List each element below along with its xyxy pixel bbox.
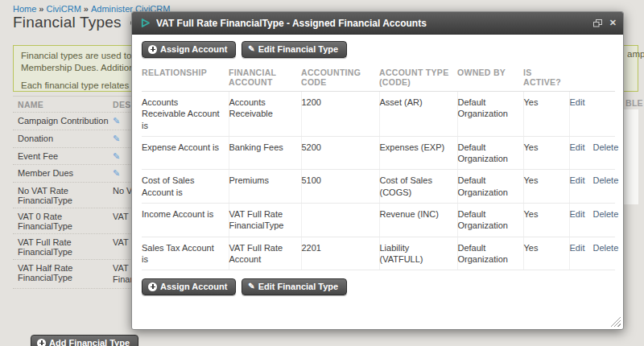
actions-cell: EditDelete — [569, 204, 615, 237]
financial-type-name: VAT Half Rate FinancialType — [18, 263, 113, 282]
financial-account-cell: Premiums — [229, 170, 301, 204]
assigned-accounts-table: RELATIONSHIP FINANCIAL ACCOUNT ACCOUNTIN… — [142, 64, 615, 270]
dialog-titlebar[interactable]: VAT Full Rate FinancialType - Assigned F… — [132, 12, 623, 35]
assigned-account-row: Income Account isVAT Full Rate Financial… — [142, 204, 615, 237]
accounting-code-cell — [301, 204, 379, 237]
accounting-code-cell: 5200 — [301, 136, 379, 170]
plus-circle-icon — [148, 45, 157, 54]
delete-link[interactable]: Delete — [592, 175, 618, 185]
pencil-icon: ✎ — [248, 45, 254, 53]
assign-account-button[interactable]: Assign Account — [142, 41, 236, 58]
relationship-cell: Expense Account is — [142, 136, 229, 170]
relationship-cell: Sales Tax Account is — [142, 237, 229, 270]
financial-account-cell: Banking Fees — [229, 136, 301, 170]
assigned-accounts-dialog: VAT Full Rate FinancialType - Assigned F… — [131, 11, 624, 330]
owned-by-cell: Default Organization — [457, 204, 523, 237]
breadcrumb-link-home[interactable]: Home — [13, 4, 36, 14]
financial-type-name: VAT 0 Rate FinancialType — [18, 212, 113, 231]
accounting-code-cell: 1200 — [301, 92, 379, 137]
edit-link[interactable]: Edit — [570, 97, 585, 107]
actions-cell: EditDelete — [569, 136, 615, 170]
relationship-cell: Income Account is — [142, 204, 229, 237]
plus-circle-icon — [37, 339, 46, 346]
edit-link[interactable]: Edit — [570, 243, 585, 253]
is-active-cell: Yes — [523, 136, 569, 170]
help-text-fragment: amp — [627, 49, 644, 59]
edit-pencil-icon[interactable]: ✎ — [113, 151, 120, 161]
account-type-cell: Revenue (INC) — [379, 204, 457, 237]
edit-link[interactable]: Edit — [570, 142, 585, 152]
account-type-cell: Expenses (EXP) — [379, 136, 457, 170]
edit-link[interactable]: Edit — [570, 175, 585, 185]
breadcrumb-separator: » — [84, 4, 89, 14]
relationship-cell: Accounts Receivable Account is — [142, 92, 229, 137]
relationship-cell: Cost of Sales Account is — [142, 170, 229, 204]
account-type-cell: Cost of Sales (COGS) — [379, 170, 457, 204]
is-active-cell: Yes — [523, 170, 569, 204]
column-header-is-active: IS ACTIVE? — [523, 64, 569, 92]
accounting-code-cell: 5100 — [301, 170, 379, 204]
background-column-header-fragment: BLE — [625, 98, 643, 108]
dialog-title: VAT Full Rate FinancialType - Assigned F… — [156, 18, 593, 29]
actions-cell: EditDelete — [569, 170, 615, 204]
resize-grip-icon[interactable] — [610, 316, 621, 327]
account-type-cell: Asset (AR) — [379, 92, 457, 137]
restore-window-icon[interactable] — [593, 19, 602, 27]
dialog-toolbar-bottom: Assign Account ✎ Edit Financial Type — [142, 278, 613, 295]
assigned-accounts-table-header: RELATIONSHIP FINANCIAL ACCOUNT ACCOUNTIN… — [142, 64, 615, 92]
financial-type-name: Donation — [18, 134, 113, 143]
column-header-financial-account: FINANCIAL ACCOUNT — [229, 64, 301, 92]
account-type-cell: Liability (VATFULL) — [379, 237, 457, 270]
edit-financial-type-button[interactable]: ✎ Edit Financial Type — [242, 41, 347, 58]
financial-type-name: No VAT Rate FinancialType — [18, 186, 113, 205]
owned-by-cell: Default Organization — [457, 237, 523, 270]
column-header-owned-by: OWNED BY — [457, 64, 523, 92]
column-header-name: NAME — [18, 100, 113, 109]
breadcrumb-link-civicrm[interactable]: CiviCRM — [46, 4, 80, 14]
assigned-account-row: Expense Account isBanking Fees5200Expens… — [142, 136, 615, 170]
owned-by-cell: Default Organization — [457, 136, 523, 170]
financial-account-cell: Accounts Receivable — [229, 92, 301, 137]
column-header-relationship: RELATIONSHIP — [142, 64, 229, 92]
actions-cell: EditDelete — [569, 237, 615, 270]
edit-pencil-icon[interactable]: ✎ — [113, 134, 120, 143]
civicrm-logo-icon — [140, 18, 151, 28]
edit-pencil-icon[interactable]: ✎ — [113, 168, 120, 178]
edit-pencil-icon[interactable]: ✎ — [113, 116, 120, 126]
assigned-account-row: Accounts Receivable Account isAccounts R… — [142, 92, 615, 137]
owned-by-cell: Default Organization — [457, 170, 523, 204]
financial-type-name: Member Dues — [18, 168, 113, 178]
owned-by-cell: Default Organization — [457, 92, 523, 137]
close-icon[interactable]: ✕ — [609, 19, 617, 27]
assigned-account-row: Sales Tax Account isVAT Full Rate Accoun… — [142, 237, 615, 270]
plus-circle-icon — [148, 282, 157, 291]
edit-financial-type-button[interactable]: ✎ Edit Financial Type — [242, 278, 347, 295]
financial-account-cell: VAT Full Rate Account — [229, 237, 301, 270]
delete-link[interactable]: Delete — [592, 209, 618, 219]
delete-link[interactable]: Delete — [592, 243, 618, 253]
column-header-account-type: ACCOUNT TYPE (CODE) — [379, 64, 457, 92]
page-title: Financial Types — [13, 14, 136, 31]
add-financial-type-button[interactable]: Add Financial Type — [31, 335, 138, 346]
delete-link[interactable]: Delete — [592, 142, 618, 152]
financial-type-name: Event Fee — [18, 151, 113, 161]
dialog-toolbar-top: Assign Account ✎ Edit Financial Type — [142, 41, 613, 58]
breadcrumb-separator: » — [39, 4, 43, 14]
financial-type-name: VAT Full Rate FinancialType — [18, 237, 113, 257]
is-active-cell: Yes — [523, 92, 569, 137]
actions-cell: Edit — [569, 92, 615, 137]
assign-account-button[interactable]: Assign Account — [142, 278, 236, 295]
is-active-cell: Yes — [523, 237, 569, 270]
assigned-account-row: Cost of Sales Account isPremiums5100Cost… — [142, 170, 615, 204]
is-active-cell: Yes — [523, 204, 569, 237]
pencil-icon: ✎ — [248, 282, 254, 290]
column-header-accounting-code: ACCOUNTING CODE — [301, 64, 379, 92]
financial-type-name: Campaign Contribution — [18, 116, 113, 126]
edit-link[interactable]: Edit — [570, 209, 585, 219]
column-header-actions — [569, 64, 615, 92]
accounting-code-cell: 2201 — [301, 237, 379, 270]
financial-account-cell: VAT Full Rate FinancialType — [229, 204, 301, 237]
